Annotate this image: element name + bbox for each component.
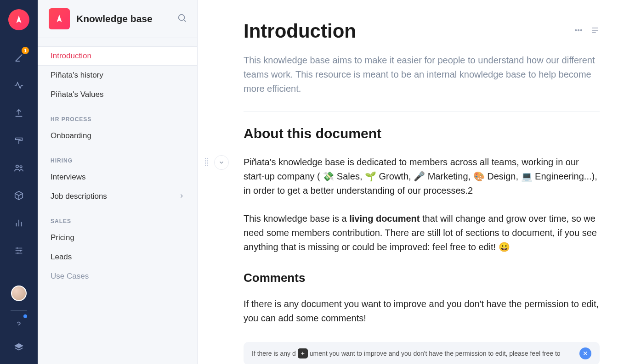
- nav-section-hr: HR PROCESS: [38, 104, 197, 126]
- callout: If there is any d + ument you want to im…: [244, 342, 600, 364]
- svg-point-2: [179, 15, 185, 21]
- drag-handle-icon[interactable]: ⠿⠿: [204, 159, 210, 166]
- nav-label: Leads: [51, 252, 72, 262]
- sidebar-header: Knowledge base: [38, 0, 197, 38]
- rail-notes[interactable]: 1: [10, 49, 28, 67]
- more-icon[interactable]: [574, 26, 583, 37]
- callout-text: ument you want to improve and you don't …: [310, 350, 561, 357]
- divider: [244, 112, 600, 112]
- rail-divider: [11, 310, 27, 311]
- document-main: Introduction This knowledge base aims to…: [198, 0, 641, 364]
- svg-point-4: [578, 30, 579, 31]
- page-title: Introduction: [244, 20, 567, 42]
- nav-label: Interviews: [51, 173, 86, 182]
- rail-upload[interactable]: [10, 104, 28, 122]
- callout-plus-icon[interactable]: +: [298, 348, 308, 358]
- text: 🌱 Growth,: [365, 171, 414, 181]
- text: 🎨 Design,: [473, 171, 521, 181]
- nav-item-interviews[interactable]: Interviews: [38, 168, 197, 187]
- callout-close-icon[interactable]: ✕: [579, 347, 591, 359]
- avatar[interactable]: [11, 286, 27, 301]
- nav-item-use-cases[interactable]: Use Cases: [38, 267, 197, 286]
- doc-block: ⠿⠿ Piñata's knowledge base is dedicated …: [244, 155, 600, 198]
- text: 💸 Sales,: [323, 171, 365, 181]
- app-logo[interactable]: [8, 9, 29, 30]
- app-rail: 1: [0, 0, 38, 364]
- chevron-right-icon: [179, 192, 184, 201]
- svg-point-3: [575, 30, 577, 31]
- doc-paragraph-1: Piñata's knowledge base is dedicated to …: [244, 155, 600, 198]
- nav-label: Job descriptions: [51, 192, 107, 201]
- kb-title: Knowledge base: [76, 13, 177, 24]
- text-bold: living document: [349, 213, 420, 224]
- doc-intro: This knowledge base aims to make it easi…: [244, 53, 600, 96]
- rail-help[interactable]: [10, 315, 28, 334]
- nav-item-pricing[interactable]: Pricing: [38, 228, 197, 247]
- heading-comments: Comments: [244, 271, 600, 285]
- rail-stats[interactable]: [10, 214, 28, 232]
- nav-item-job-descriptions[interactable]: Job descriptions: [38, 187, 197, 206]
- rail-activity[interactable]: [10, 76, 28, 95]
- rail-cube[interactable]: [10, 186, 28, 205]
- nav-label: Pricing: [51, 233, 74, 242]
- nav-item-onboarding[interactable]: Onboarding: [38, 126, 197, 146]
- nav-label: Piñata's history: [51, 71, 103, 80]
- text: 🎤 Marketing,: [414, 171, 473, 181]
- doc-paragraph-2: This knowledge base is a living document…: [244, 212, 600, 254]
- rail-layers[interactable]: [10, 338, 28, 357]
- nav-item-leads[interactable]: Leads: [38, 247, 197, 267]
- rail-paint[interactable]: [10, 131, 28, 150]
- search-icon[interactable]: [177, 13, 187, 25]
- nav-item-introduction[interactable]: Introduction: [38, 46, 197, 66]
- sidebar-nav: Introduction Piñata's history Piñata's V…: [38, 38, 197, 364]
- nav-label: Onboarding: [51, 131, 91, 140]
- nav-section-sales: SALES: [38, 206, 197, 228]
- block-handle: ⠿⠿: [204, 155, 229, 170]
- svg-point-0: [16, 165, 19, 168]
- nav-label: Introduction: [51, 51, 91, 61]
- nav-section-hiring: HIRING: [38, 146, 197, 168]
- callout-text: If there is any d: [252, 350, 296, 357]
- kb-logo[interactable]: [49, 8, 70, 29]
- text: This knowledge base is a: [244, 213, 349, 224]
- help-dot: [23, 314, 27, 318]
- outline-icon[interactable]: [590, 26, 600, 37]
- sidebar: Knowledge base Introduction Piñata's his…: [38, 0, 198, 364]
- doc-paragraph-3: If there is any document you want to imp…: [244, 297, 600, 325]
- rail-sliders[interactable]: [10, 241, 28, 260]
- doc-title-row: Introduction: [244, 20, 600, 42]
- nav-label: Piñata's Values: [51, 90, 103, 99]
- rail-badge: 1: [22, 47, 29, 54]
- nav-item-values[interactable]: Piñata's Values: [38, 85, 197, 104]
- svg-point-1: [20, 166, 22, 168]
- nav-item-history[interactable]: Piñata's history: [38, 66, 197, 85]
- collapse-button[interactable]: [214, 155, 229, 170]
- svg-point-5: [581, 30, 582, 31]
- heading-about: About this document: [244, 126, 600, 141]
- rail-people[interactable]: [10, 159, 28, 177]
- nav-label: Use Cases: [51, 272, 89, 281]
